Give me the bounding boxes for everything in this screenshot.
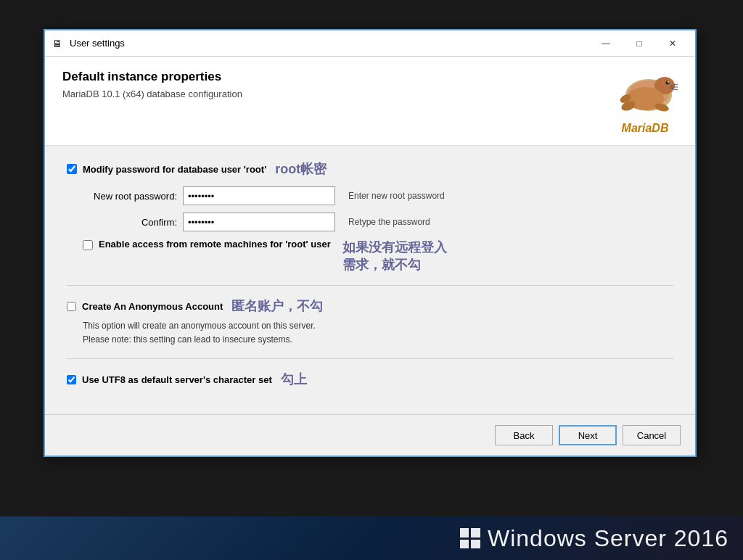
- main-title: Default instance properties: [62, 70, 242, 84]
- modify-password-section: Modify password for database user 'root'…: [67, 160, 673, 273]
- dialog-window: 🖥 User settings — □ ✕ Default instance p…: [44, 29, 697, 457]
- dialog-icon: 🖥: [51, 37, 64, 50]
- remote-annotation-2: 需求，就不勾: [342, 256, 447, 273]
- anonymous-account-section: Create An Anonymous Account 匿名账户，不勾 This…: [67, 297, 673, 347]
- window-controls: — □ ✕: [589, 30, 689, 57]
- new-password-row: New root password: Enter new root passwo…: [83, 186, 673, 205]
- back-button[interactable]: Back: [495, 425, 553, 445]
- windows-logo-icon: [460, 528, 480, 548]
- utf8-checkbox[interactable]: [67, 375, 76, 384]
- close-button[interactable]: ✕: [656, 30, 689, 57]
- confirm-password-row: Confirm: Retype the password: [83, 213, 673, 231]
- remote-annotation-1: 如果没有远程登入: [342, 239, 447, 256]
- separator-2: [67, 358, 673, 359]
- button-bar: Back Next Cancel: [45, 414, 695, 456]
- anon-annotation: 匿名账户，不勾: [231, 297, 323, 315]
- next-button[interactable]: Next: [559, 425, 617, 445]
- separator-1: [67, 285, 673, 286]
- os-label: Windows Server 2016: [488, 525, 728, 552]
- modify-password-checkbox[interactable]: [67, 164, 77, 174]
- utf8-section: Use UTF8 as default server's character s…: [67, 371, 673, 388]
- anon-desc1: This option will create an anonymous acc…: [83, 319, 673, 333]
- anonymous-account-checkbox[interactable]: [67, 302, 76, 311]
- mariadb-seal-icon: [612, 70, 678, 120]
- anonymous-account-label: Create An Anonymous Account: [82, 301, 223, 312]
- utf8-row: Use UTF8 as default server's character s…: [67, 371, 673, 388]
- new-password-hint: Enter new root password: [348, 191, 445, 201]
- dialog-title: User settings: [70, 38, 589, 49]
- svg-point-4: [668, 81, 669, 83]
- svg-point-3: [666, 81, 670, 85]
- header-titles: Default instance properties MariaDB 10.1…: [62, 70, 242, 99]
- dialog-header: Default instance properties MariaDB 10.1…: [45, 57, 695, 146]
- confirm-hint: Retype the password: [348, 217, 430, 227]
- mariadb-brand-text: MariaDB: [622, 122, 669, 135]
- modify-password-label: Modify password for database user 'root': [83, 164, 266, 175]
- cancel-button[interactable]: Cancel: [623, 425, 681, 445]
- new-password-input[interactable]: [183, 186, 335, 205]
- confirm-password-input[interactable]: [183, 213, 335, 231]
- anon-desc2: Please note: this setting can lead to in…: [83, 333, 673, 347]
- dialog-content: Modify password for database user 'root'…: [45, 146, 695, 414]
- anon-label-row: Create An Anonymous Account 匿名账户，不勾: [67, 297, 673, 315]
- root-annotation: root帐密: [275, 160, 327, 178]
- remote-access-checkbox[interactable]: [83, 240, 93, 250]
- maximize-button[interactable]: □: [623, 30, 656, 57]
- remote-access-label: Enable access from remote machines for '…: [99, 239, 331, 251]
- confirm-label: Confirm:: [83, 217, 177, 228]
- new-password-label: New root password:: [83, 191, 177, 202]
- title-bar: 🖥 User settings — □ ✕: [45, 30, 695, 57]
- utf8-annotation: 勾上: [281, 371, 307, 388]
- utf8-label: Use UTF8 as default server's character s…: [82, 374, 272, 385]
- modify-password-row: Modify password for database user 'root'…: [67, 160, 673, 178]
- taskbar: Windows Server 2016: [0, 516, 743, 560]
- minimize-button[interactable]: —: [589, 30, 623, 57]
- subtitle: MariaDB 10.1 (x64) database configuratio…: [62, 88, 242, 99]
- mariadb-logo-area: MariaDB: [612, 70, 678, 135]
- remote-access-row: Enable access from remote machines for '…: [83, 239, 331, 251]
